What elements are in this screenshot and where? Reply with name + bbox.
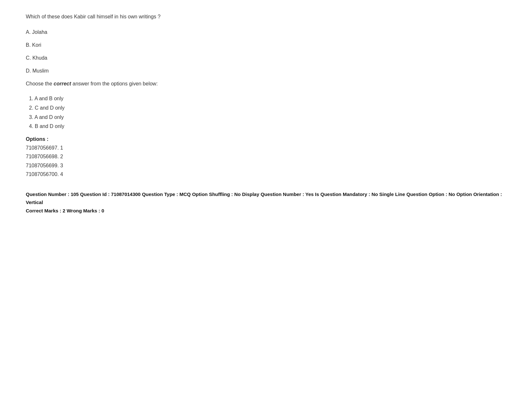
options-label: Options : — [26, 136, 506, 142]
meta-line2: Correct Marks : 2 Wrong Marks : 0 — [26, 207, 506, 215]
question-metadata: Question Number : 105 Question Id : 7108… — [26, 190, 506, 215]
option-code-3: 71087056699. 3 — [26, 161, 506, 170]
numbered-option-2: 2. C and D only — [29, 103, 506, 113]
option-code-4: 71087056700. 4 — [26, 170, 506, 179]
numbered-option-1: 1. A and B only — [29, 94, 506, 103]
choose-instruction: Choose the correct answer from the optio… — [26, 80, 506, 88]
meta-line1: Question Number : 105 Question Id : 7108… — [26, 190, 506, 207]
option-code-1: 71087056697. 1 — [26, 143, 506, 152]
option-c: C. Khuda — [26, 54, 506, 62]
choose-suffix: answer from the options given below: — [71, 81, 158, 86]
numbered-option-4: 4. B and D only — [29, 122, 506, 131]
choose-bold: correct — [54, 81, 71, 86]
question-text: Which of these does Kabir call himself i… — [26, 13, 506, 21]
question-container: Which of these does Kabir call himself i… — [26, 13, 506, 215]
option-d: D. Muslim — [26, 67, 506, 75]
choose-prefix: Choose the — [26, 81, 54, 86]
numbered-options-list: 1. A and B only 2. C and D only 3. A and… — [29, 94, 506, 131]
option-b: B. Kori — [26, 41, 506, 49]
option-a: A. Jolaha — [26, 28, 506, 36]
numbered-option-3: 3. A and D only — [29, 113, 506, 122]
option-code-2: 71087056698. 2 — [26, 152, 506, 161]
